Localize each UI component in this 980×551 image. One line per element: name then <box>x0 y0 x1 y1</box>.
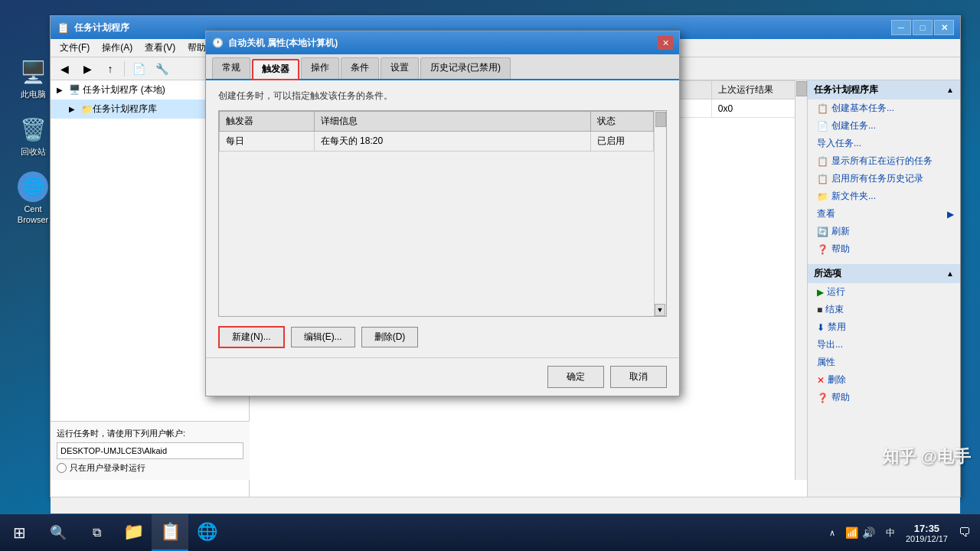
action-help-selected[interactable]: ❓ 帮助 <box>808 389 960 406</box>
action-enable-history[interactable]: 📋 启用所有任务历史记录 <box>808 170 960 187</box>
close-button[interactable]: ✕ <box>934 20 954 35</box>
action-delete[interactable]: ✕ 删除 <box>808 371 960 389</box>
menu-file[interactable]: 文件(F) <box>54 40 96 56</box>
back-button[interactable]: ◀ <box>54 60 75 78</box>
show-hide-console-button[interactable]: 📄 <box>128 60 149 78</box>
network-tray-icon[interactable]: 📶 <box>844 525 860 540</box>
disable-icon: ⬇ <box>817 322 825 333</box>
dialog-description: 创建任务时，可以指定触发该任务的条件。 <box>218 90 667 103</box>
cancel-button[interactable]: 取消 <box>610 366 667 388</box>
cent-browser-icon: 🌐 <box>18 171 48 202</box>
status-col-header: 状态 <box>590 112 653 132</box>
refresh-icon: 🔄 <box>817 227 828 237</box>
file-explorer-icon: 📁 <box>123 522 144 542</box>
tray-time-display: 17:35 <box>906 523 948 534</box>
refresh-label: 刷新 <box>831 225 850 238</box>
ok-button[interactable]: 确定 <box>547 366 604 388</box>
tree-library-label: 任务计划程序库 <box>93 103 157 116</box>
end-label: 结束 <box>825 303 844 316</box>
tab-actions[interactable]: 操作 <box>301 57 339 79</box>
task-scheduler-title-icon: 📋 <box>57 21 70 34</box>
search-button[interactable]: 🔍 <box>38 514 78 551</box>
action-import-task[interactable]: 导入任务... <box>808 135 960 152</box>
trigger-table-container: 触发器 详细信息 状态 每日 在每天的 18:20 已启用 <box>218 110 667 317</box>
maximize-button[interactable]: □ <box>913 20 933 35</box>
action-export[interactable]: 导出... <box>808 336 960 354</box>
action-new-folder[interactable]: 📁 新文件夹... <box>808 187 960 205</box>
collapse-selected-button[interactable]: ▲ <box>946 269 954 278</box>
start-button[interactable]: ⊞ <box>0 514 38 551</box>
action-show-running[interactable]: 📋 显示所有正在运行的任务 <box>808 152 960 170</box>
taskbar-app-file-explorer[interactable]: 📁 <box>115 514 152 551</box>
tray-clock[interactable]: 17:35 2019/12/17 <box>901 523 952 543</box>
cent-browser-label: CentBrowser <box>18 204 48 226</box>
export-label: 导出... <box>817 338 843 351</box>
details-col-header: 详细信息 <box>314 112 590 132</box>
trigger-row[interactable]: 每日 在每天的 18:20 已启用 <box>220 132 654 152</box>
recycle-bin-label: 回收站 <box>21 146 46 157</box>
up-button[interactable]: ↑ <box>100 60 121 78</box>
tab-general[interactable]: 常规 <box>212 57 250 79</box>
tree-expand-library-icon: ▶ <box>69 105 81 113</box>
dialog-tab-bar: 常规 触发器 操作 条件 设置 历史记录(已禁用) <box>206 54 679 80</box>
trigger-type: 每日 <box>220 132 315 152</box>
dialog-confirm-row: 确定 取消 <box>206 357 679 396</box>
username-input[interactable] <box>57 442 243 459</box>
taskbar-app-task-scheduler[interactable]: 📋 <box>152 514 188 551</box>
tray-date-display: 2019/12/17 <box>906 534 948 543</box>
view-submenu-arrow: ▶ <box>947 209 954 220</box>
action-create-basic[interactable]: 📋 创建基本任务... <box>808 99 960 117</box>
right-section-library-label: 任务计划程序库 <box>814 83 878 96</box>
dialog-scrollbar[interactable]: ▼ <box>654 111 666 316</box>
taskbar-app-browser[interactable]: 🌐 <box>188 514 225 551</box>
collapse-library-button[interactable]: ▲ <box>946 86 954 94</box>
import-task-label: 导入任务... <box>817 137 861 150</box>
volume-tray-icon[interactable]: 🔊 <box>861 525 877 540</box>
task-scheduler-icon: 📋 <box>160 522 181 542</box>
action-run[interactable]: ▶ 运行 <box>808 283 960 301</box>
this-pc-icon: 🖥️ <box>18 57 48 87</box>
enable-history-icon: 📋 <box>817 174 828 184</box>
notification-button[interactable]: 🗨 <box>956 514 974 551</box>
watermark: 知乎 @电手 <box>882 445 971 468</box>
properties-button[interactable]: 🔧 <box>151 60 172 78</box>
create-basic-icon: 📋 <box>817 103 828 114</box>
new-trigger-button[interactable]: 新建(N)... <box>218 326 285 348</box>
tray-expand[interactable]: ∧ <box>826 528 838 538</box>
scrollbar-down-arrow[interactable]: ▼ <box>655 304 665 316</box>
help-selected-icon: ❓ <box>817 393 828 403</box>
action-create-task[interactable]: 📄 创建任务... <box>808 117 960 135</box>
radio-label: 只在用户登录时运行 <box>70 462 145 474</box>
action-refresh[interactable]: 🔄 刷新 <box>808 223 960 240</box>
dialog-close-button[interactable]: ✕ <box>658 36 673 50</box>
forward-button[interactable]: ▶ <box>77 60 98 78</box>
taskbar: ⊞ 🔍 ⧉ 📁 📋 🌐 ∧ 📶 🔊 中 17:35 2019/12/17 <box>0 514 980 551</box>
delete-trigger-button[interactable]: 删除(D) <box>361 327 419 347</box>
trigger-status: 已启用 <box>590 132 653 152</box>
edit-trigger-button[interactable]: 编辑(E)... <box>291 327 355 347</box>
tray-language[interactable]: 中 <box>883 527 898 540</box>
dialog-content: 创建任务时，可以指定触发该任务的条件。 触发器 详细信息 状态 每日 <box>206 80 679 357</box>
tab-conditions[interactable]: 条件 <box>341 57 379 79</box>
task-last-result: 0x0 <box>711 99 806 118</box>
login-radio[interactable] <box>57 463 67 473</box>
action-properties[interactable]: 属性 <box>808 354 960 371</box>
window-controls: ─ □ ✕ <box>891 20 954 35</box>
help-library-label: 帮助 <box>831 243 850 256</box>
action-disable[interactable]: ⬇ 禁用 <box>808 318 960 336</box>
tree-library-icon: 📁 <box>81 104 93 115</box>
action-end[interactable]: ■ 结束 <box>808 301 960 318</box>
task-view-button[interactable]: ⧉ <box>78 514 115 551</box>
menu-action[interactable]: 操作(A) <box>96 40 139 56</box>
menu-view[interactable]: 查看(V) <box>139 40 181 56</box>
create-task-icon: 📄 <box>817 121 828 132</box>
tab-settings[interactable]: 设置 <box>381 57 419 79</box>
minimize-button[interactable]: ─ <box>891 20 911 35</box>
action-help-library[interactable]: ❓ 帮助 <box>808 240 960 258</box>
show-running-label: 显示所有正在运行的任务 <box>831 155 933 168</box>
center-scrollbar[interactable] <box>795 80 807 480</box>
tab-triggers[interactable]: 触发器 <box>252 59 299 80</box>
dialog-scrollbar-thumb <box>655 112 666 127</box>
action-view[interactable]: 查看 ▶ <box>808 205 960 223</box>
tab-history[interactable]: 历史记录(已禁用) <box>420 57 511 79</box>
